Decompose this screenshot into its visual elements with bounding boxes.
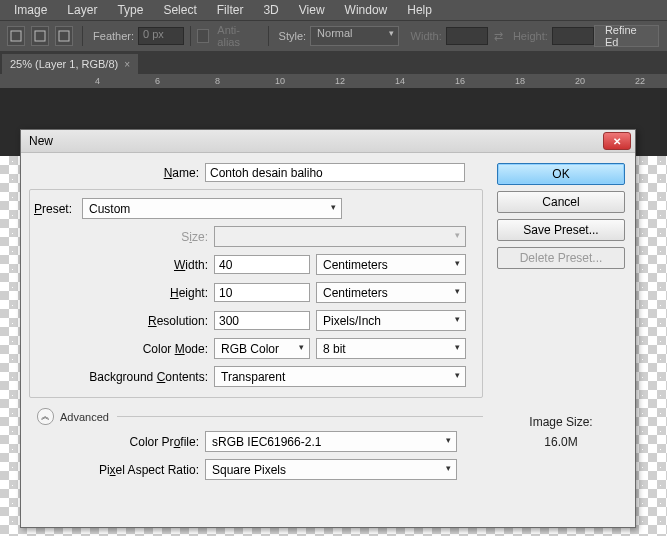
dialog-titlebar[interactable]: New ✕: [21, 130, 635, 153]
resolution-unit-select[interactable]: Pixels/Inch: [316, 310, 466, 331]
width-field-input[interactable]: [214, 255, 310, 274]
menu-filter[interactable]: Filter: [207, 0, 254, 20]
menu-view[interactable]: View: [289, 0, 335, 20]
width-input: [446, 27, 488, 45]
svg-rect-1: [35, 31, 45, 41]
options-bar: Feather: 0 px Anti-alias Style: Normal W…: [0, 20, 667, 52]
resolution-label: Resolution:: [38, 314, 214, 328]
height-field-input[interactable]: [214, 283, 310, 302]
ruler-tick: 16: [455, 76, 465, 86]
name-label: Name:: [29, 166, 205, 180]
save-preset-button[interactable]: Save Preset...: [497, 219, 625, 241]
ruler-tick: 18: [515, 76, 525, 86]
size-label: Size:: [38, 230, 214, 244]
bgcontents-label: Background Contents:: [38, 370, 214, 384]
resolution-input[interactable]: [214, 311, 310, 330]
preset-group: Preset: Custom Size: Width: Centimeters …: [29, 189, 483, 398]
swap-icon: ⇄: [494, 30, 503, 43]
preset-label: Preset:: [34, 202, 82, 216]
anti-alias-label: Anti-alias: [217, 24, 257, 48]
ruler-tick: 8: [215, 76, 220, 86]
par-label: Pixel Aspect Ratio:: [29, 463, 205, 477]
document-tab-label: 25% (Layer 1, RGB/8): [10, 58, 118, 70]
colormode-select[interactable]: RGB Color: [214, 338, 310, 359]
feather-label: Feather:: [93, 30, 134, 42]
refine-edge-button[interactable]: Refine Ed: [594, 25, 659, 47]
colordepth-select[interactable]: 8 bit: [316, 338, 466, 359]
preset-select[interactable]: Custom: [82, 198, 342, 219]
width-unit-select[interactable]: Centimeters: [316, 254, 466, 275]
document-tab-bar: 25% (Layer 1, RGB/8) ×: [0, 52, 667, 74]
ruler-tick: 4: [95, 76, 100, 86]
image-size-label: Image Size:: [497, 415, 625, 429]
ok-button[interactable]: OK: [497, 163, 625, 185]
style-label: Style:: [279, 30, 307, 42]
ruler-tick: 10: [275, 76, 285, 86]
delete-preset-button: Delete Preset...: [497, 247, 625, 269]
advanced-toggle[interactable]: ︽ Advanced: [37, 408, 483, 425]
menu-3d[interactable]: 3D: [253, 0, 288, 20]
ruler-tick: 14: [395, 76, 405, 86]
tool-icon-1[interactable]: [7, 26, 25, 46]
dialog-title: New: [29, 134, 53, 148]
name-input[interactable]: [205, 163, 465, 182]
colormode-label: Color Mode:: [38, 342, 214, 356]
anti-alias-checkbox: [197, 29, 210, 43]
menu-bar: Image Layer Type Select Filter 3D View W…: [0, 0, 667, 20]
height-unit-select[interactable]: Centimeters: [316, 282, 466, 303]
height-label: Height:: [513, 30, 548, 42]
ruler-tick: 22: [635, 76, 645, 86]
height-field-label: Height:: [38, 286, 214, 300]
cancel-button[interactable]: Cancel: [497, 191, 625, 213]
menu-window[interactable]: Window: [335, 0, 398, 20]
colorprofile-select[interactable]: sRGB IEC61966-2.1: [205, 431, 457, 452]
feather-input[interactable]: 0 px: [138, 27, 184, 45]
image-size-display: Image Size: 16.0M: [497, 415, 625, 449]
close-tab-icon[interactable]: ×: [124, 59, 130, 70]
width-label: Width:: [411, 30, 442, 42]
menu-select[interactable]: Select: [153, 0, 206, 20]
menu-help[interactable]: Help: [397, 0, 442, 20]
tool-icon-2[interactable]: [31, 26, 49, 46]
bgcontents-select[interactable]: Transparent: [214, 366, 466, 387]
menu-type[interactable]: Type: [107, 0, 153, 20]
chevron-up-icon: ︽: [37, 408, 54, 425]
menu-image[interactable]: Image: [4, 0, 57, 20]
par-select[interactable]: Square Pixels: [205, 459, 457, 480]
advanced-label: Advanced: [60, 411, 109, 423]
svg-rect-0: [11, 31, 21, 41]
tool-icon-3[interactable]: [55, 26, 73, 46]
colorprofile-label: Color Profile:: [29, 435, 205, 449]
ruler-tick: 20: [575, 76, 585, 86]
height-input: [552, 27, 594, 45]
new-document-dialog: New ✕ Name: Preset: Custom Size: Width:: [20, 129, 636, 528]
svg-rect-2: [59, 31, 69, 41]
width-field-label: Width:: [38, 258, 214, 272]
size-select: [214, 226, 466, 247]
style-select[interactable]: Normal: [310, 26, 398, 46]
close-icon[interactable]: ✕: [603, 132, 631, 150]
image-size-value: 16.0M: [497, 435, 625, 449]
ruler-tick: 12: [335, 76, 345, 86]
menu-layer[interactable]: Layer: [57, 0, 107, 20]
document-tab[interactable]: 25% (Layer 1, RGB/8) ×: [2, 54, 138, 74]
ruler-tick: 6: [155, 76, 160, 86]
